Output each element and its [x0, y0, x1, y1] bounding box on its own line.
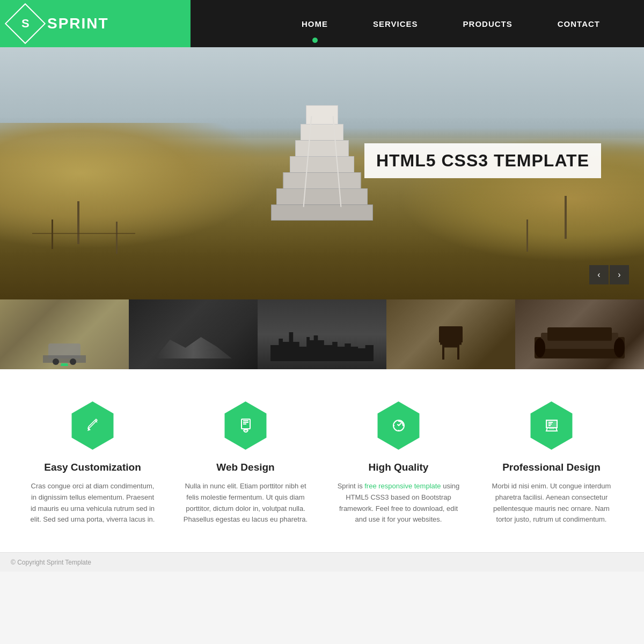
customization-icon — [69, 401, 117, 450]
feature-3-title: High Quality — [369, 462, 429, 473]
logo-initial: S — [21, 17, 30, 31]
hero-prev-button[interactable]: ‹ — [589, 265, 609, 284]
nav-item-products[interactable]: PRODUCTS — [441, 0, 535, 47]
features-section: Easy Customization Cras congue orci at d… — [0, 369, 644, 552]
hero-text-box: HTML5 CSS3 TEMPLATE — [364, 143, 601, 178]
hero-section: HTML5 CSS3 TEMPLATE ‹ › — [0, 47, 644, 299]
hero-nav-arrows: ‹ › — [589, 265, 629, 284]
nav-item-home[interactable]: HOME — [279, 0, 350, 47]
hero-next-button[interactable]: › — [610, 265, 629, 284]
high-quality-icon — [375, 401, 423, 450]
header: S SPRINT HOME SERVICES PRODUCTS CONTACT — [0, 0, 644, 47]
svg-rect-3 — [550, 428, 554, 429]
feature-4-desc: Morbi id nisi enim. Ut congue interdum p… — [487, 481, 616, 525]
footer-text: © Copyright Sprint Template — [11, 559, 91, 566]
feature-1-desc: Cras congue orci at diam condimentum, in… — [28, 481, 157, 525]
feature-professional-design: Professional Design Morbi id nisi enim. … — [487, 401, 616, 525]
brand-name: SPRINT — [47, 15, 109, 32]
thumbnail-strip — [0, 299, 644, 369]
nav-item-contact[interactable]: CONTACT — [535, 0, 623, 47]
nav-item-services[interactable]: SERVICES — [350, 0, 441, 47]
logo-diamond-icon: S — [5, 3, 46, 44]
feature-3-desc: Sprint is free responsive template using… — [334, 481, 463, 525]
feature-2-desc: Nulla in nunc elit. Etiam porttitor nibh… — [181, 481, 310, 525]
main-nav: HOME SERVICES PRODUCTS CONTACT — [191, 0, 644, 47]
thumbnail-3[interactable] — [258, 299, 386, 369]
hero-title: HTML5 CSS3 TEMPLATE — [376, 151, 589, 170]
web-design-icon — [222, 401, 270, 450]
footer: © Copyright Sprint Template — [0, 552, 644, 572]
feature-web-design: Web Design Nulla in nunc elit. Etiam por… — [181, 401, 310, 525]
feature-1-title: Easy Customization — [44, 462, 141, 473]
thumbnail-1[interactable] — [0, 299, 129, 369]
thumbnail-2[interactable] — [129, 299, 258, 369]
feature-2-title: Web Design — [216, 462, 274, 473]
thumbnail-4[interactable] — [386, 299, 515, 369]
professional-design-icon — [528, 401, 576, 450]
feature-easy-customization: Easy Customization Cras congue orci at d… — [28, 401, 157, 525]
hero-stairs — [271, 105, 373, 229]
feature-4-title: Professional Design — [502, 462, 601, 473]
thumbnail-5[interactable] — [515, 299, 644, 369]
logo-area[interactable]: S SPRINT — [0, 0, 191, 47]
feature-high-quality: High Quality Sprint is free responsive t… — [334, 401, 463, 525]
free-template-link[interactable]: free responsive template — [364, 482, 441, 490]
